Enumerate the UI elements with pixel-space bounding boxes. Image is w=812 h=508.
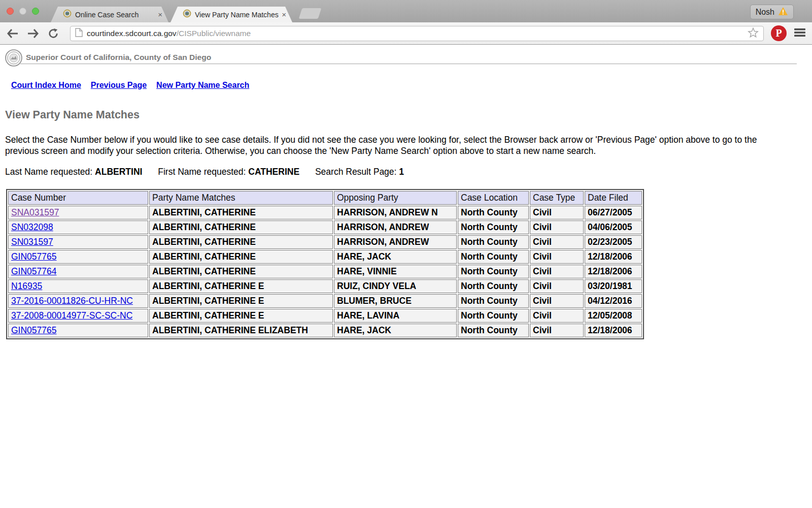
case-number-link[interactable]: 37-2008-00014977-SC-SC-NC [11,310,132,321]
case-type-cell: Civil [530,265,584,278]
case-type-cell: Civil [530,309,584,323]
window-titlebar: Online Case Search × View Party Name Mat… [0,0,812,22]
nosh-label: Nosh [756,8,774,17]
back-arrow-icon[interactable] [6,27,19,40]
case-number-link[interactable]: SNA031597 [11,207,59,217]
nosh-badge[interactable]: Nosh [750,5,794,19]
opposing-party-cell: HARRISON, ANDREW [334,235,457,249]
opposing-party-cell: HARE, LAVINA [334,309,457,323]
party-name-cell: ALBERTINI, CATHERINE E [149,309,333,323]
tab-online-case-search[interactable]: Online Case Search × [51,7,168,22]
date-filed-cell: 12/18/2006 [585,265,642,278]
address-bar[interactable]: courtindex.sdcourt.ca.gov/CISPublic/view… [70,26,764,41]
warning-triangle-icon [778,7,788,18]
pinterest-icon[interactable]: P [771,25,787,41]
case-number-cell: SNA031597 [8,206,148,219]
court-seal-favicon-icon [183,9,191,20]
results-table: Case NumberParty Name MatchesOpposing Pa… [6,189,644,339]
date-filed-cell: 12/05/2008 [585,309,642,323]
table-row: 37-2008-00014977-SC-SC-NC ALBERTINI, CAT… [8,309,642,323]
date-filed-cell: 04/06/2005 [585,220,642,234]
page-nav: Court Index Home Previous Page New Party… [11,81,807,90]
case-location-cell: North County [458,265,529,278]
case-number-cell: SN032098 [8,220,148,234]
column-header: Case Type [530,191,584,205]
column-header: Case Number [8,191,148,205]
opposing-party-cell: BLUMER, BRUCE [334,294,457,308]
table-row: SNA031597 ALBERTINI, CATHERINE HARRISON,… [8,206,642,219]
new-tab-button[interactable] [299,8,322,19]
table-row: GIN057765 ALBERTINI, CATHERINE ELIZABETH… [8,324,642,337]
site-title: Superior Court of California, County of … [26,53,211,62]
case-number-cell: 37-2016-00011826-CU-HR-NC [8,294,148,308]
case-number-link[interactable]: 37-2016-00011826-CU-HR-NC [11,296,133,306]
court-seal-icon [5,49,22,69]
case-location-cell: North County [458,294,529,308]
case-type-cell: Civil [530,206,584,219]
page-title: View Party Name Matches [5,109,807,121]
case-location-cell: North County [458,220,529,234]
request-summary: Last Name requested: ALBERTINI First Nam… [5,167,807,177]
tab-close-icon[interactable]: × [280,10,288,19]
menu-hamburger-icon[interactable] [794,28,806,39]
url-text: courtindex.sdcourt.ca.gov/CISPublic/view… [87,29,251,38]
column-header: Party Name Matches [149,191,333,205]
table-row: GIN057764 ALBERTINI, CATHERINE HARE, VIN… [8,265,642,278]
page-content: Superior Court of California, County of … [0,45,812,339]
party-name-cell: ALBERTINI, CATHERINE E [149,294,333,308]
tab-title: View Party Name Matches [195,11,280,19]
reload-icon[interactable] [47,27,60,40]
case-type-cell: Civil [530,220,584,234]
party-name-cell: ALBERTINI, CATHERINE [149,206,333,219]
case-number-link[interactable]: GIN057765 [11,251,57,262]
case-type-cell: Civil [530,294,584,308]
nav-link-court-index-home[interactable]: Court Index Home [11,81,81,90]
opposing-party-cell: RUIZ, CINDY VELA [334,279,457,293]
forward-arrow-icon[interactable] [26,27,40,40]
nav-link-new-party-name-search[interactable]: New Party Name Search [156,81,249,90]
table-row: SN031597 ALBERTINI, CATHERINE HARRISON, … [8,235,642,249]
search-result-page: Search Result Page: 1 [315,167,404,177]
date-filed-cell: 06/27/2005 [585,206,642,219]
court-seal-favicon-icon [63,9,72,20]
case-location-cell: North County [458,235,529,249]
table-row: GIN057765 ALBERTINI, CATHERINE HARE, JAC… [8,250,642,264]
tab-strip: Online Case Search × View Party Name Mat… [0,7,812,22]
case-location-cell: North County [458,279,529,293]
last-name-value: ALBERTINI [95,167,142,177]
table-row: SN032098 ALBERTINI, CATHERINE HARRISON, … [8,220,642,234]
party-name-cell: ALBERTINI, CATHERINE E [149,279,333,293]
case-number-link[interactable]: N16935 [11,281,42,291]
case-number-link[interactable]: SN032098 [11,222,53,232]
nav-link-previous-page[interactable]: Previous Page [91,81,147,90]
case-type-cell: Civil [530,279,584,293]
tab-view-party-name-matches[interactable]: View Party Name Matches × [171,7,292,22]
party-name-cell: ALBERTINI, CATHERINE [149,220,333,234]
bookmark-star-icon[interactable] [748,27,759,40]
opposing-party-cell: HARE, JACK [334,324,457,337]
case-location-cell: North County [458,309,529,323]
date-filed-cell: 03/20/1981 [585,279,642,293]
case-location-cell: North County [458,206,529,219]
opposing-party-cell: HARE, VINNIE [334,265,457,278]
header-divider [20,64,797,65]
case-number-cell: GIN057765 [8,250,148,264]
page-icon [75,28,83,39]
date-filed-cell: 04/12/2016 [585,294,642,308]
table-row: 37-2016-00011826-CU-HR-NC ALBERTINI, CAT… [8,294,642,308]
last-name-requested: Last Name requested: ALBERTINI [5,167,142,177]
case-number-link[interactable]: GIN057765 [11,325,57,335]
tab-close-icon[interactable]: × [156,10,164,19]
case-number-cell: 37-2008-00014977-SC-SC-NC [8,309,148,323]
case-number-cell: GIN057764 [8,265,148,278]
case-type-cell: Civil [530,235,584,249]
case-number-link[interactable]: SN031597 [11,237,53,247]
table-header-row: Case NumberParty Name MatchesOpposing Pa… [8,191,642,205]
opposing-party-cell: HARRISON, ANDREW [334,220,457,234]
case-number-cell: N16935 [8,279,148,293]
first-name-requested: First Name requested: CATHERINE [158,167,299,177]
case-number-link[interactable]: GIN057764 [11,266,57,276]
case-number-cell: GIN057765 [8,324,148,337]
date-filed-cell: 02/23/2005 [585,235,642,249]
date-filed-cell: 12/18/2006 [585,250,642,264]
